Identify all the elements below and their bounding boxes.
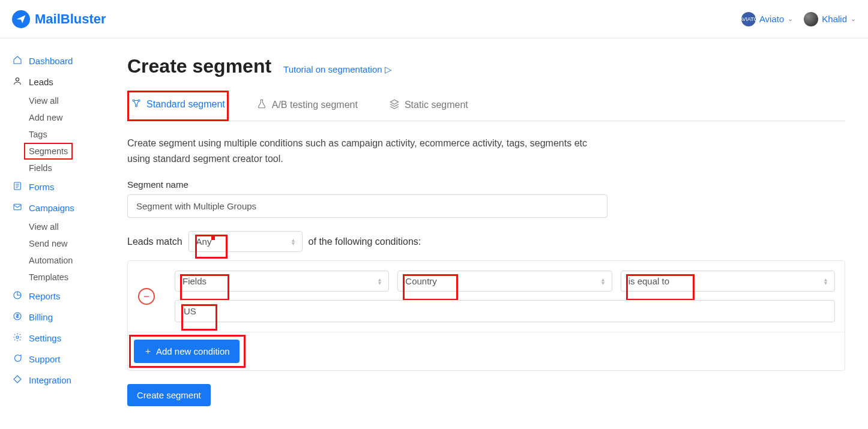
- tab-ab-segment[interactable]: A/B testing segment: [253, 91, 361, 121]
- select-value: is equal to: [628, 276, 669, 286]
- org-badge: AVIATO: [741, 12, 756, 26]
- sidebar-item-forms[interactable]: Forms: [12, 176, 114, 197]
- condition-row: − Fields ▴▾ Country ▴▾ is equal to ▴▾: [128, 261, 845, 332]
- conditions-area: − Fields ▴▾ Country ▴▾ is equal to ▴▾: [127, 260, 845, 371]
- plus-icon: ＋: [143, 346, 152, 357]
- remove-condition-button[interactable]: −: [138, 288, 155, 305]
- campaigns-submenu: View all Send new Automation Templates: [12, 218, 114, 286]
- match-suffix: of the following conditions:: [309, 236, 421, 247]
- sidebar-item-support[interactable]: Support: [12, 349, 114, 370]
- sidebar-item-leads[interactable]: Leads: [12, 71, 114, 92]
- paper-plane-icon: [12, 10, 30, 28]
- logo[interactable]: MailBluster: [12, 10, 106, 28]
- leads-submenu: View all Add new Tags Segments Fields: [12, 92, 114, 176]
- add-condition-label: Add new condition: [156, 346, 230, 356]
- org-name: Aviato: [759, 14, 784, 24]
- svg-point-8: [136, 105, 137, 107]
- svg-point-5: [16, 336, 19, 338]
- sidebar-item-settings[interactable]: Settings: [12, 328, 114, 349]
- tutorial-label: Tutorial on segmentation: [283, 64, 382, 74]
- sidebar-item-reports[interactable]: Reports: [12, 286, 114, 307]
- add-condition-button[interactable]: ＋ Add new condition: [134, 340, 240, 363]
- tab-label: Standard segment: [146, 99, 225, 110]
- sidebar-label: Forms: [29, 182, 55, 192]
- main-content: Create segment Tutorial on segmentation …: [114, 38, 858, 423]
- dollar-icon: [12, 311, 23, 323]
- leads-match-row: Leads match Any ▴▾ of the following cond…: [127, 231, 845, 252]
- segment-name-input[interactable]: [127, 194, 607, 218]
- sidebar-sub-add-new[interactable]: Add new: [29, 109, 114, 126]
- svg-rect-2: [14, 204, 21, 209]
- sidebar-label: Leads: [29, 77, 53, 87]
- leads-match-select[interactable]: Any ▴▾: [188, 231, 303, 252]
- sidebar-sub-view-all-camp[interactable]: View all: [29, 218, 114, 235]
- tab-standard-segment[interactable]: Standard segment: [127, 91, 229, 121]
- select-caret-icon: ▴▾: [601, 278, 604, 285]
- user-name: Khalid: [822, 14, 847, 24]
- sidebar-item-dashboard[interactable]: Dashboard: [12, 50, 114, 71]
- condition-field-type-select[interactable]: Fields ▴▾: [175, 271, 389, 292]
- network-icon: [131, 98, 142, 111]
- sidebar-sub-fields[interactable]: Fields: [29, 160, 114, 176]
- create-segment-button[interactable]: Create segment: [127, 384, 211, 406]
- chat-icon: [12, 353, 23, 365]
- sidebar: Dashboard Leads View all Add new Tags Se…: [0, 38, 114, 423]
- chart-icon: [12, 290, 23, 302]
- sidebar-sub-automation[interactable]: Automation: [29, 252, 114, 269]
- sidebar-sub-tags[interactable]: Tags: [29, 126, 114, 143]
- user-menu[interactable]: Khalid ⌄: [804, 12, 856, 26]
- match-value: Any: [196, 236, 212, 247]
- home-icon: [12, 55, 23, 67]
- sidebar-label: Campaigns: [29, 203, 74, 213]
- sidebar-item-billing[interactable]: Billing: [12, 307, 114, 328]
- condition-operator-select[interactable]: is equal to ▴▾: [621, 271, 835, 292]
- form-icon: [12, 181, 23, 193]
- condition-value-input[interactable]: US: [175, 300, 835, 322]
- create-label: Create segment: [137, 390, 201, 400]
- tutorial-link[interactable]: Tutorial on segmentation ▷: [283, 64, 392, 75]
- chevron-down-icon: ⌄: [851, 15, 856, 23]
- flask-icon: [256, 98, 267, 112]
- sidebar-label: Support: [29, 354, 61, 364]
- tab-label: A/B testing segment: [272, 100, 358, 110]
- svg-point-0: [16, 78, 19, 81]
- sidebar-item-integration[interactable]: Integration: [12, 370, 114, 391]
- condition-field-name-select[interactable]: Country ▴▾: [397, 271, 612, 292]
- chevron-down-icon: ⌄: [788, 15, 793, 23]
- layers-icon: [389, 98, 400, 112]
- mail-icon: [12, 202, 23, 214]
- match-prefix: Leads match: [127, 236, 182, 247]
- select-value: Fields: [182, 276, 206, 286]
- tab-static-segment[interactable]: Static segment: [385, 91, 472, 121]
- sidebar-label: Dashboard: [29, 56, 73, 66]
- user-icon: [12, 76, 23, 88]
- select-value: Country: [405, 276, 437, 286]
- sidebar-label: Billing: [29, 312, 53, 322]
- sidebar-label: Reports: [29, 291, 61, 301]
- sidebar-sub-send-new[interactable]: Send new: [29, 235, 114, 252]
- sidebar-sub-view-all[interactable]: View all: [29, 92, 114, 109]
- add-condition-row: ＋ Add new condition: [128, 332, 845, 370]
- minus-icon: −: [143, 291, 150, 302]
- sidebar-label: Settings: [29, 333, 61, 343]
- tab-label: Static segment: [405, 100, 468, 110]
- select-caret-icon: ▴▾: [378, 278, 381, 285]
- gear-icon: [12, 332, 23, 344]
- select-caret-icon: ▴▾: [824, 278, 827, 285]
- value-text: US: [184, 306, 196, 316]
- select-caret-icon: ▴▾: [292, 238, 295, 245]
- page-title: Create segment: [127, 55, 271, 77]
- segment-description: Create segment using multiple conditions…: [127, 136, 607, 166]
- brand-name: MailBluster: [35, 11, 106, 27]
- segment-type-tabs: Standard segment A/B testing segment Sta…: [127, 91, 845, 121]
- app-header: MailBluster AVIATO Aviato ⌄ Khalid ⌄: [0, 0, 868, 38]
- play-icon: ▷: [385, 64, 392, 75]
- sidebar-item-campaigns[interactable]: Campaigns: [12, 197, 114, 218]
- segment-name-label: Segment name: [127, 179, 845, 190]
- sidebar-label: Integration: [29, 375, 71, 385]
- diamond-icon: [12, 374, 23, 386]
- sidebar-sub-segments[interactable]: Segments: [24, 143, 73, 160]
- sidebar-sub-templates[interactable]: Templates: [29, 269, 114, 286]
- org-switcher[interactable]: AVIATO Aviato ⌄: [741, 12, 793, 26]
- avatar: [804, 12, 818, 26]
